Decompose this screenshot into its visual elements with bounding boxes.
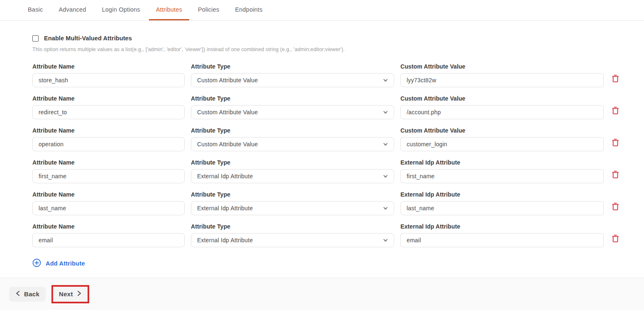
next-button[interactable]: Next [54, 287, 87, 301]
trash-icon [611, 170, 620, 180]
tab-login-options[interactable]: Login Options [95, 0, 147, 20]
attribute-type-label: Attribute Type [191, 159, 394, 166]
attribute-row: Attribute Name Attribute Type Custom Att… [32, 63, 644, 87]
attribute-type-select[interactable]: Custom Attribute Value [191, 73, 394, 87]
delete-row-button[interactable] [610, 137, 621, 151]
attribute-row: Attribute Name Attribute Type External I… [32, 191, 644, 215]
tab-policies[interactable]: Policies [191, 0, 227, 20]
delete-row-button[interactable] [610, 201, 621, 215]
attribute-type-label: Attribute Type [191, 95, 394, 102]
delete-row-button[interactable] [610, 233, 621, 247]
trash-icon [611, 106, 620, 116]
settings-tabbar: Basic Advanced Login Options Attributes … [0, 0, 644, 21]
tab-endpoints[interactable]: Endpoints [228, 0, 269, 20]
attribute-type-select[interactable]: External Idp Attribute [191, 201, 394, 215]
trash-icon [611, 202, 620, 212]
attribute-rows: Attribute Name Attribute Type Custom Att… [32, 63, 644, 247]
attribute-type-value: External Idp Attribute [197, 237, 253, 244]
mapped-value-label: Custom Attribute Value [400, 63, 604, 70]
attribute-name-label: Attribute Name [32, 95, 185, 102]
back-button-label: Back [24, 290, 39, 298]
attribute-type-value: Custom Attribute Value [197, 141, 258, 148]
chevron-down-icon [383, 205, 388, 211]
mapped-value-label: External Idp Attribute [400, 223, 604, 230]
attribute-type-label: Attribute Type [191, 223, 394, 230]
attribute-row: Attribute Name Attribute Type Custom Att… [32, 95, 644, 119]
attribute-name-input[interactable] [32, 73, 185, 87]
multi-valued-checkbox[interactable] [32, 35, 39, 42]
mapped-value-label: External Idp Attribute [400, 191, 604, 198]
multi-valued-label: Enable Multi-Valued Attributes [44, 35, 132, 42]
attribute-name-label: Attribute Name [32, 127, 185, 134]
attribute-name-label: Attribute Name [32, 63, 185, 70]
tab-attributes[interactable]: Attributes [149, 0, 189, 20]
attribute-type-label: Attribute Type [191, 191, 394, 198]
attribute-type-value: External Idp Attribute [197, 173, 253, 180]
chevron-down-icon [383, 77, 388, 83]
chevron-left-icon [15, 290, 20, 298]
delete-row-button[interactable] [610, 169, 621, 183]
attribute-type-select[interactable]: External Idp Attribute [191, 169, 394, 183]
mapped-value-input[interactable] [400, 137, 604, 151]
attribute-row: Attribute Name Attribute Type External I… [32, 223, 644, 247]
multi-valued-row: Enable Multi-Valued Attributes [32, 35, 644, 42]
next-button-label: Next [59, 290, 73, 298]
trash-icon [611, 138, 620, 148]
attribute-name-input[interactable] [32, 169, 185, 183]
tab-advanced[interactable]: Advanced [51, 0, 93, 20]
attribute-row: Attribute Name Attribute Type Custom Att… [32, 127, 644, 151]
chevron-down-icon [383, 141, 388, 147]
attribute-type-select[interactable]: External Idp Attribute [191, 233, 394, 247]
next-button-highlight-annotation: Next [51, 285, 89, 303]
chevron-right-icon [77, 290, 82, 298]
attributes-panel: Enable Multi-Valued Attributes This opti… [0, 21, 644, 269]
attribute-type-value: Custom Attribute Value [197, 109, 258, 116]
trash-icon [611, 74, 620, 84]
add-attribute-label: Add Attribute [46, 260, 85, 267]
wizard-footer: Back Next [0, 278, 644, 310]
add-attribute-button[interactable]: Add Attribute [32, 258, 85, 268]
attribute-name-input[interactable] [32, 201, 185, 215]
attribute-name-label: Attribute Name [32, 159, 185, 166]
back-button[interactable]: Back [9, 287, 46, 302]
mapped-value-input[interactable] [400, 73, 604, 87]
attribute-type-value: External Idp Attribute [197, 205, 253, 212]
chevron-down-icon [383, 109, 388, 115]
delete-row-button[interactable] [610, 73, 621, 87]
attribute-name-input[interactable] [32, 105, 185, 119]
attribute-name-input[interactable] [32, 137, 185, 151]
plus-circle-icon [32, 258, 41, 268]
attribute-type-select[interactable]: Custom Attribute Value [191, 137, 394, 151]
mapped-value-input[interactable] [400, 233, 604, 247]
mapped-value-label: Custom Attribute Value [400, 127, 604, 134]
attribute-type-label: Attribute Type [191, 127, 394, 134]
attribute-name-label: Attribute Name [32, 191, 185, 198]
attribute-type-select[interactable]: Custom Attribute Value [191, 105, 394, 119]
mapped-value-input[interactable] [400, 201, 604, 215]
trash-icon [611, 234, 620, 244]
mapped-value-input[interactable] [400, 169, 604, 183]
attribute-name-input[interactable] [32, 233, 185, 247]
mapped-value-label: External Idp Attribute [400, 159, 604, 166]
attribute-type-value: Custom Attribute Value [197, 77, 258, 84]
attribute-type-label: Attribute Type [191, 63, 394, 70]
multi-valued-description: This option returns multiple values as a… [32, 47, 644, 52]
mapped-value-input[interactable] [400, 105, 604, 119]
attribute-row: Attribute Name Attribute Type External I… [32, 159, 644, 183]
mapped-value-label: Custom Attribute Value [400, 95, 604, 102]
attribute-name-label: Attribute Name [32, 223, 185, 230]
tab-basic[interactable]: Basic [21, 0, 50, 20]
chevron-down-icon [383, 173, 388, 179]
delete-row-button[interactable] [610, 105, 621, 119]
chevron-down-icon [383, 237, 388, 243]
